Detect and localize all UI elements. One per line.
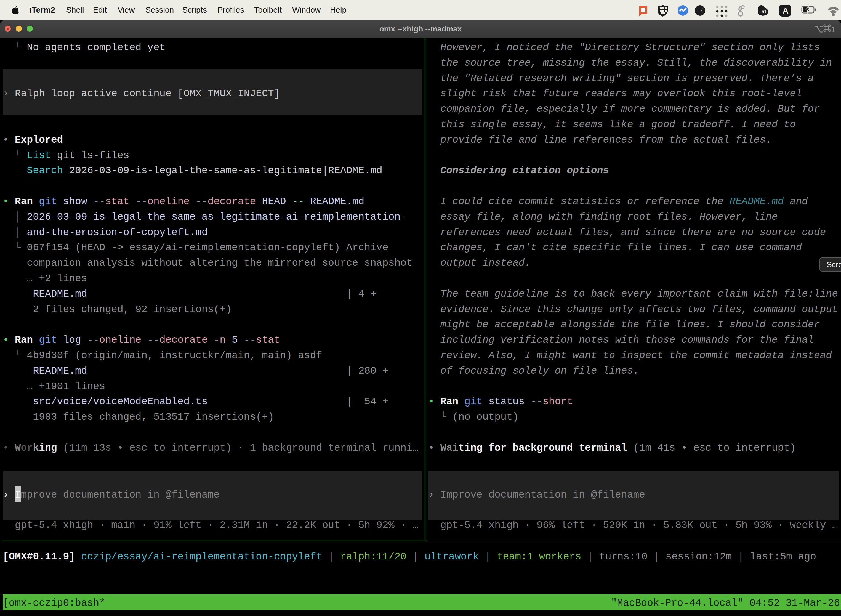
svg-text:1: 1 (831, 25, 835, 34)
svg-text:..61: ..61 (759, 9, 767, 14)
svg-text:A: A (782, 6, 788, 15)
